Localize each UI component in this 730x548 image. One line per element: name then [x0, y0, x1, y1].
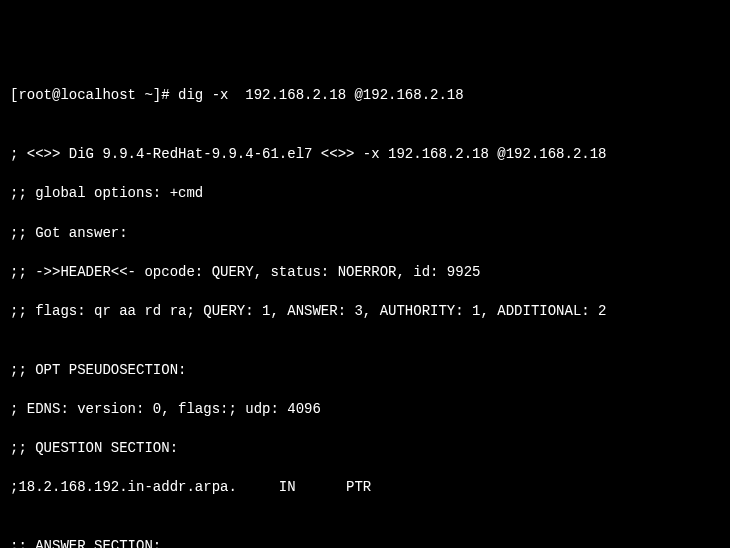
- dig-banner: ; <<>> DiG 9.9.4-RedHat-9.9.4-61.el7 <<>…: [10, 145, 720, 165]
- terminal-prompt-line[interactable]: [root@localhost ~]# dig -x 192.168.2.18 …: [10, 86, 720, 106]
- edns-line: ; EDNS: version: 0, flags:; udp: 4096: [10, 400, 720, 420]
- header-line: ;; ->>HEADER<<- opcode: QUERY, status: N…: [10, 263, 720, 283]
- global-options: ;; global options: +cmd: [10, 184, 720, 204]
- question-section-header: ;; QUESTION SECTION:: [10, 439, 720, 459]
- opt-section-header: ;; OPT PSEUDOSECTION:: [10, 361, 720, 381]
- answer-section-header: ;; ANSWER SECTION:: [10, 537, 720, 548]
- got-answer: ;; Got answer:: [10, 224, 720, 244]
- flags-line: ;; flags: qr aa rd ra; QUERY: 1, ANSWER:…: [10, 302, 720, 322]
- question-record: ;18.2.168.192.in-addr.arpa. IN PTR: [10, 478, 720, 498]
